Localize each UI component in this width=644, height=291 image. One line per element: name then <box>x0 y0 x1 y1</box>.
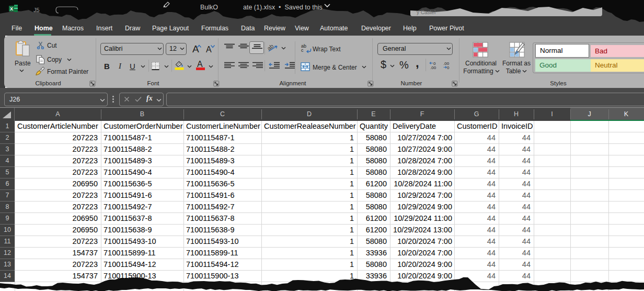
svg-text:X: X <box>10 6 13 12</box>
svg-text:0: 0 <box>447 65 450 70</box>
svg-text:.00: .00 <box>430 65 436 70</box>
